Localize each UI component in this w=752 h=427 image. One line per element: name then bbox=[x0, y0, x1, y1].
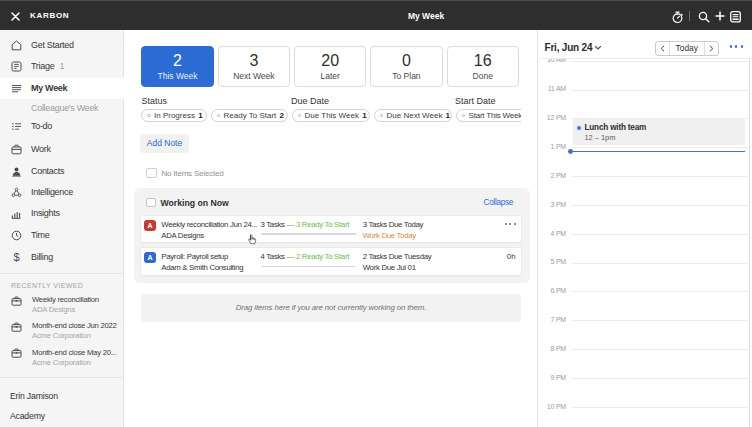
svg-text:$: $ bbox=[13, 252, 19, 263]
